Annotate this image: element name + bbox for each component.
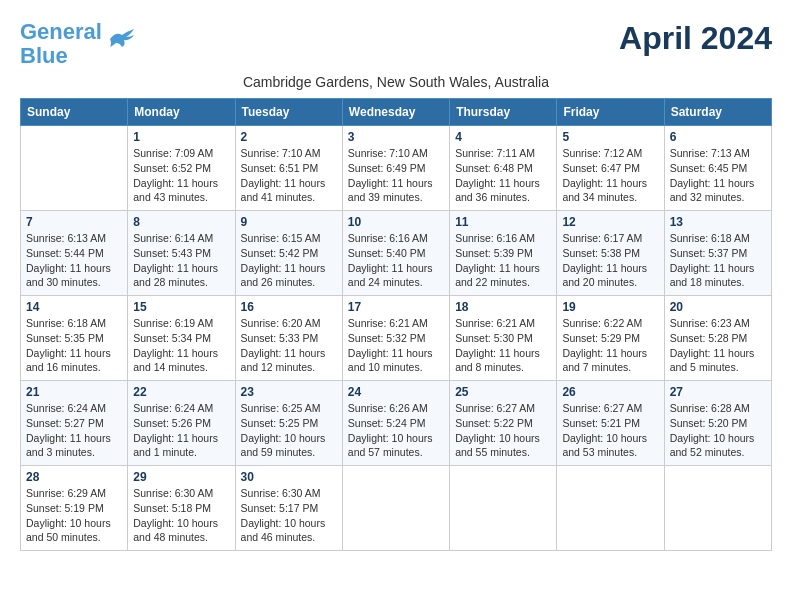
calendar-cell: 19Sunrise: 6:22 AM Sunset: 5:29 PM Dayli… xyxy=(557,296,664,381)
day-number: 17 xyxy=(348,300,444,314)
day-number: 22 xyxy=(133,385,229,399)
day-info: Sunrise: 6:25 AM Sunset: 5:25 PM Dayligh… xyxy=(241,401,337,460)
day-number: 13 xyxy=(670,215,766,229)
calendar-cell: 11Sunrise: 6:16 AM Sunset: 5:39 PM Dayli… xyxy=(450,211,557,296)
day-info: Sunrise: 6:21 AM Sunset: 5:32 PM Dayligh… xyxy=(348,316,444,375)
calendar-cell: 8Sunrise: 6:14 AM Sunset: 5:43 PM Daylig… xyxy=(128,211,235,296)
day-info: Sunrise: 6:13 AM Sunset: 5:44 PM Dayligh… xyxy=(26,231,122,290)
day-number: 2 xyxy=(241,130,337,144)
calendar-week-row: 7Sunrise: 6:13 AM Sunset: 5:44 PM Daylig… xyxy=(21,211,772,296)
day-info: Sunrise: 6:20 AM Sunset: 5:33 PM Dayligh… xyxy=(241,316,337,375)
day-number: 14 xyxy=(26,300,122,314)
calendar-cell: 16Sunrise: 6:20 AM Sunset: 5:33 PM Dayli… xyxy=(235,296,342,381)
calendar-cell: 27Sunrise: 6:28 AM Sunset: 5:20 PM Dayli… xyxy=(664,381,771,466)
logo-text: General Blue xyxy=(20,20,102,68)
calendar-cell: 20Sunrise: 6:23 AM Sunset: 5:28 PM Dayli… xyxy=(664,296,771,381)
calendar-cell: 13Sunrise: 6:18 AM Sunset: 5:37 PM Dayli… xyxy=(664,211,771,296)
day-number: 15 xyxy=(133,300,229,314)
day-info: Sunrise: 6:29 AM Sunset: 5:19 PM Dayligh… xyxy=(26,486,122,545)
calendar-week-row: 14Sunrise: 6:18 AM Sunset: 5:35 PM Dayli… xyxy=(21,296,772,381)
day-info: Sunrise: 6:14 AM Sunset: 5:43 PM Dayligh… xyxy=(133,231,229,290)
day-number: 3 xyxy=(348,130,444,144)
day-info: Sunrise: 6:26 AM Sunset: 5:24 PM Dayligh… xyxy=(348,401,444,460)
day-info: Sunrise: 6:18 AM Sunset: 5:37 PM Dayligh… xyxy=(670,231,766,290)
calendar-cell: 17Sunrise: 6:21 AM Sunset: 5:32 PM Dayli… xyxy=(342,296,449,381)
day-number: 4 xyxy=(455,130,551,144)
day-info: Sunrise: 6:30 AM Sunset: 5:17 PM Dayligh… xyxy=(241,486,337,545)
calendar-cell: 30Sunrise: 6:30 AM Sunset: 5:17 PM Dayli… xyxy=(235,466,342,551)
calendar-cell: 9Sunrise: 6:15 AM Sunset: 5:42 PM Daylig… xyxy=(235,211,342,296)
day-number: 9 xyxy=(241,215,337,229)
calendar-cell: 25Sunrise: 6:27 AM Sunset: 5:22 PM Dayli… xyxy=(450,381,557,466)
day-number: 21 xyxy=(26,385,122,399)
day-info: Sunrise: 6:24 AM Sunset: 5:26 PM Dayligh… xyxy=(133,401,229,460)
day-info: Sunrise: 6:23 AM Sunset: 5:28 PM Dayligh… xyxy=(670,316,766,375)
calendar-cell xyxy=(342,466,449,551)
calendar-cell: 3Sunrise: 7:10 AM Sunset: 6:49 PM Daylig… xyxy=(342,126,449,211)
day-number: 24 xyxy=(348,385,444,399)
weekday-header-tuesday: Tuesday xyxy=(235,99,342,126)
day-number: 6 xyxy=(670,130,766,144)
day-info: Sunrise: 6:18 AM Sunset: 5:35 PM Dayligh… xyxy=(26,316,122,375)
calendar-cell xyxy=(21,126,128,211)
calendar-cell: 29Sunrise: 6:30 AM Sunset: 5:18 PM Dayli… xyxy=(128,466,235,551)
day-info: Sunrise: 6:21 AM Sunset: 5:30 PM Dayligh… xyxy=(455,316,551,375)
calendar-cell: 2Sunrise: 7:10 AM Sunset: 6:51 PM Daylig… xyxy=(235,126,342,211)
calendar-cell: 7Sunrise: 6:13 AM Sunset: 5:44 PM Daylig… xyxy=(21,211,128,296)
calendar-cell: 10Sunrise: 6:16 AM Sunset: 5:40 PM Dayli… xyxy=(342,211,449,296)
day-number: 12 xyxy=(562,215,658,229)
day-number: 16 xyxy=(241,300,337,314)
day-info: Sunrise: 7:11 AM Sunset: 6:48 PM Dayligh… xyxy=(455,146,551,205)
day-number: 28 xyxy=(26,470,122,484)
day-info: Sunrise: 6:30 AM Sunset: 5:18 PM Dayligh… xyxy=(133,486,229,545)
calendar-cell: 15Sunrise: 6:19 AM Sunset: 5:34 PM Dayli… xyxy=(128,296,235,381)
day-info: Sunrise: 7:09 AM Sunset: 6:52 PM Dayligh… xyxy=(133,146,229,205)
day-number: 30 xyxy=(241,470,337,484)
calendar-week-row: 21Sunrise: 6:24 AM Sunset: 5:27 PM Dayli… xyxy=(21,381,772,466)
calendar-cell xyxy=(557,466,664,551)
day-number: 5 xyxy=(562,130,658,144)
calendar-body: 1Sunrise: 7:09 AM Sunset: 6:52 PM Daylig… xyxy=(21,126,772,551)
day-number: 20 xyxy=(670,300,766,314)
day-info: Sunrise: 7:10 AM Sunset: 6:49 PM Dayligh… xyxy=(348,146,444,205)
weekday-header-friday: Friday xyxy=(557,99,664,126)
calendar-cell: 28Sunrise: 6:29 AM Sunset: 5:19 PM Dayli… xyxy=(21,466,128,551)
day-number: 11 xyxy=(455,215,551,229)
calendar-cell: 12Sunrise: 6:17 AM Sunset: 5:38 PM Dayli… xyxy=(557,211,664,296)
calendar-cell: 21Sunrise: 6:24 AM Sunset: 5:27 PM Dayli… xyxy=(21,381,128,466)
day-info: Sunrise: 6:15 AM Sunset: 5:42 PM Dayligh… xyxy=(241,231,337,290)
day-number: 25 xyxy=(455,385,551,399)
day-number: 19 xyxy=(562,300,658,314)
day-info: Sunrise: 6:19 AM Sunset: 5:34 PM Dayligh… xyxy=(133,316,229,375)
day-number: 1 xyxy=(133,130,229,144)
day-info: Sunrise: 6:16 AM Sunset: 5:40 PM Dayligh… xyxy=(348,231,444,290)
day-info: Sunrise: 6:16 AM Sunset: 5:39 PM Dayligh… xyxy=(455,231,551,290)
calendar-week-row: 1Sunrise: 7:09 AM Sunset: 6:52 PM Daylig… xyxy=(21,126,772,211)
month-title: April 2024 xyxy=(619,20,772,57)
day-info: Sunrise: 6:24 AM Sunset: 5:27 PM Dayligh… xyxy=(26,401,122,460)
weekday-header-thursday: Thursday xyxy=(450,99,557,126)
calendar-cell: 22Sunrise: 6:24 AM Sunset: 5:26 PM Dayli… xyxy=(128,381,235,466)
location-title: Cambridge Gardens, New South Wales, Aust… xyxy=(20,74,772,90)
calendar-cell xyxy=(664,466,771,551)
day-number: 8 xyxy=(133,215,229,229)
day-info: Sunrise: 6:22 AM Sunset: 5:29 PM Dayligh… xyxy=(562,316,658,375)
weekday-header-sunday: Sunday xyxy=(21,99,128,126)
day-info: Sunrise: 7:13 AM Sunset: 6:45 PM Dayligh… xyxy=(670,146,766,205)
calendar-cell: 14Sunrise: 6:18 AM Sunset: 5:35 PM Dayli… xyxy=(21,296,128,381)
calendar-cell: 1Sunrise: 7:09 AM Sunset: 6:52 PM Daylig… xyxy=(128,126,235,211)
logo-general: General xyxy=(20,19,102,44)
calendar-table: SundayMondayTuesdayWednesdayThursdayFrid… xyxy=(20,98,772,551)
calendar-week-row: 28Sunrise: 6:29 AM Sunset: 5:19 PM Dayli… xyxy=(21,466,772,551)
day-info: Sunrise: 6:17 AM Sunset: 5:38 PM Dayligh… xyxy=(562,231,658,290)
logo-bird-icon xyxy=(106,27,138,51)
calendar-cell: 18Sunrise: 6:21 AM Sunset: 5:30 PM Dayli… xyxy=(450,296,557,381)
calendar-cell: 5Sunrise: 7:12 AM Sunset: 6:47 PM Daylig… xyxy=(557,126,664,211)
logo: General Blue xyxy=(20,20,138,68)
day-number: 26 xyxy=(562,385,658,399)
calendar-cell xyxy=(450,466,557,551)
calendar-cell: 23Sunrise: 6:25 AM Sunset: 5:25 PM Dayli… xyxy=(235,381,342,466)
calendar-cell: 4Sunrise: 7:11 AM Sunset: 6:48 PM Daylig… xyxy=(450,126,557,211)
calendar-cell: 6Sunrise: 7:13 AM Sunset: 6:45 PM Daylig… xyxy=(664,126,771,211)
calendar-cell: 24Sunrise: 6:26 AM Sunset: 5:24 PM Dayli… xyxy=(342,381,449,466)
